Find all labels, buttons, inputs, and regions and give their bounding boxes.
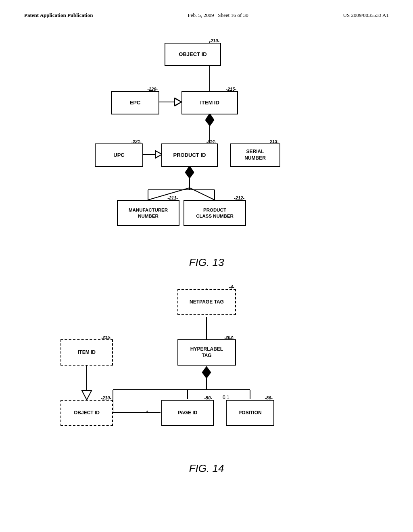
ref-211: -211- [167,195,178,201]
ref-50: -50- [204,395,212,401]
netpage-tag-box: -4- NETPAGE TAG [177,289,236,315]
fig13-diagram: -210- OBJECT ID -215- ITEM ID -220- EPC … [24,31,389,475]
page-id-box: -50- PAGE ID [161,400,214,426]
header-date: Feb. 5, 2009 [188,12,214,18]
object-id-box: -210- OBJECT ID [165,43,221,66]
upc-box: -221- UPC [95,143,143,167]
ref-202: -202- [224,335,234,340]
object-id-14-label: OBJECT ID [74,410,100,416]
serial-number-label: SERIALNUMBER [244,149,266,161]
item-id-box: -215- ITEM ID [181,91,238,114]
ref-4: -4- [229,284,234,290]
object-id-14-box: -210- OBJECT ID [60,400,113,426]
upc-label: UPC [113,152,124,159]
page-id-label: PAGE ID [178,410,197,416]
product-class-number-label: PRODUCTCLASS NUMBER [196,207,234,219]
svg-marker-30 [202,366,211,378]
svg-marker-7 [156,151,161,158]
ref-210: -210- [209,38,219,44]
object-id-label: OBJECT ID [179,51,206,58]
svg-marker-3 [175,98,181,106]
fig14-label: FIG. 14 [24,462,389,475]
multiplicity-01: 0,1 [223,395,229,400]
netpage-tag-label: NETPAGE TAG [190,299,224,305]
svg-marker-9 [186,166,194,178]
header-title: Patent Application Publication [24,12,93,19]
ref-214: -214- [206,139,216,144]
header-patent: US 2009/0035533 A1 [343,12,389,19]
ref-220: -220- [147,86,158,92]
position-box: -86- POSITION [226,400,274,426]
header-sheet: Sheet 16 of 30 [218,12,248,18]
epc-label: EPC [130,100,141,106]
svg-marker-5 [206,113,214,125]
item-id-label: ITEM ID [200,100,219,106]
ref-215-14: -215- [101,335,111,340]
product-id-label: PRODUCT ID [173,152,206,159]
multiplicity-star: * [146,409,148,416]
hyperlabel-tag-label: HYPERLABELTAG [190,346,223,359]
svg-marker-20 [185,166,194,179]
ref-86: -86- [265,395,273,401]
manufacturer-number-box: -211- MANUFACTURERNUMBER [117,200,179,226]
item-id-14-box: -215- ITEM ID [60,339,113,366]
page: Patent Application Publication Feb. 5, 2… [0,0,413,532]
svg-marker-15 [175,98,181,106]
fig13-label: FIG. 13 [24,256,389,269]
item-id-14-label: ITEM ID [78,349,96,356]
ref-213: 213- [270,139,279,144]
ref-212: -212- [234,195,244,201]
svg-line-11 [190,188,215,200]
header-date-sheet: Feb. 5, 2009 Sheet 16 of 30 [188,12,248,19]
hyperlabel-tag-box: -202- HYPERLABELTAG [177,339,236,366]
serial-number-box: 213- SERIALNUMBER [230,143,280,167]
ref-215: -215- [226,86,236,92]
fig14-container: -4- NETPAGE TAG -202- HYPERLABELTAG -215… [24,281,389,454]
page-header: Patent Application Publication Feb. 5, 2… [24,12,389,19]
ref-221: -221- [131,139,142,144]
position-label: POSITION [238,410,261,416]
svg-marker-17 [205,114,214,126]
fig13-container: -210- OBJECT ID -215- ITEM ID -220- EPC … [24,31,389,248]
product-class-number-box: -212- PRODUCTCLASS NUMBER [184,200,246,226]
manufacturer-number-label: MANUFACTURERNUMBER [129,207,168,219]
epc-box: -220- EPC [111,91,159,114]
product-id-box: -214- PRODUCT ID [161,143,218,167]
ref-210-14: -210- [101,395,111,401]
svg-marker-29 [82,391,92,400]
